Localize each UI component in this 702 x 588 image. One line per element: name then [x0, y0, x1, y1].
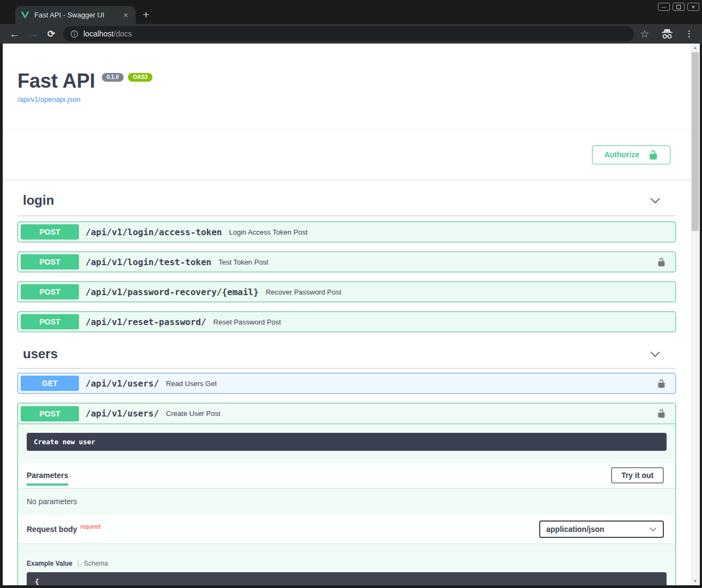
tab-separator: [78, 560, 78, 567]
request-body-text: Request body: [27, 525, 77, 534]
op-summary: Test Token Post: [218, 258, 268, 266]
try-it-out-button[interactable]: Try it out: [611, 467, 664, 483]
api-title-text: Fast API: [17, 70, 95, 93]
unlock-icon: [657, 379, 666, 388]
op-row-login-test-token[interactable]: POST /api/v1/login/test-token Test Token…: [17, 252, 676, 272]
section-login: login POST /api/v1/login/access-token Lo…: [17, 187, 676, 332]
api-info: Fast API 0.1.0 OAS3 /api/v1/openapi.json: [17, 70, 676, 104]
op-row-create-user[interactable]: POST /api/v1/users/ Create User Post: [18, 403, 675, 424]
toolbar-actions: ☆ ⋮: [640, 28, 693, 40]
back-icon[interactable]: ←: [9, 29, 20, 39]
no-parameters-text: No parameters: [18, 488, 675, 515]
op-summary: Login Access Token Post: [229, 228, 307, 236]
scrollbar[interactable]: ▲ ▼: [691, 44, 700, 585]
url-bar[interactable]: localhost/docs: [63, 26, 634, 41]
method-badge: POST: [21, 224, 79, 240]
reload-icon[interactable]: ⟳: [47, 29, 55, 39]
oas3-badge: OAS3: [128, 73, 152, 82]
auth-lock-button[interactable]: [657, 258, 666, 267]
example-code-block: {: [27, 572, 667, 585]
bookmark-star-icon[interactable]: ☆: [640, 28, 649, 40]
minimize-button[interactable]: —: [658, 3, 670, 11]
authorize-label: Authorize: [604, 150, 639, 159]
incognito-icon: [661, 28, 674, 40]
unlock-icon: [648, 150, 658, 160]
authorize-button[interactable]: Authorize: [592, 145, 670, 164]
maximize-button[interactable]: [673, 3, 685, 11]
scrollbar-thumb[interactable]: [692, 52, 699, 231]
section-title: login: [23, 193, 54, 208]
section-title: users: [23, 346, 58, 362]
openapi-spec-link[interactable]: /api/v1/openapi.json: [17, 95, 81, 103]
browser-menu-icon[interactable]: ⋮: [685, 29, 693, 39]
section-users: users GET /api/v1/users/ Read Users Get: [17, 343, 676, 585]
window-controls: — ✕: [658, 3, 699, 11]
tab-parameters[interactable]: Parameters: [27, 463, 68, 488]
tab-close-icon[interactable]: ✕: [121, 11, 130, 19]
auth-lock-button[interactable]: [657, 409, 666, 418]
op-summary: Reset Password Post: [213, 318, 281, 326]
scheme-container: Authorize: [3, 129, 691, 180]
required-label: required: [81, 524, 101, 530]
op-description: Create new user: [27, 433, 667, 451]
op-summary: Recover Password Post: [266, 288, 341, 296]
close-button[interactable]: ✕: [687, 3, 699, 11]
unlock-icon: [657, 409, 666, 418]
section-login-header[interactable]: login: [17, 187, 676, 216]
new-tab-button[interactable]: +: [143, 7, 149, 22]
favicon-v-icon: [21, 11, 29, 19]
tab-strip: Fast API - Swagger UI ✕ + — ✕: [0, 0, 702, 24]
browser-window: Fast API - Swagger UI ✕ + — ✕ ← → ⟳ loca…: [0, 0, 702, 588]
op-row-read-users[interactable]: GET /api/v1/users/ Read Users Get: [17, 373, 676, 394]
op-row-password-recovery[interactable]: POST /api/v1/password-recovery/{email} R…: [17, 281, 676, 302]
request-body-label: Request bodyrequired: [27, 525, 100, 534]
url-path: /docs: [114, 29, 132, 38]
method-badge: GET: [21, 376, 79, 391]
method-badge: POST: [21, 314, 79, 329]
browser-toolbar: ← → ⟳ localhost/docs ☆ ⋮: [0, 24, 702, 44]
title-badges: 0.1.0 OAS3: [102, 73, 152, 82]
scroll-down-icon[interactable]: ▼: [691, 577, 700, 585]
url-host: localhost: [83, 29, 113, 38]
parameters-header: Parameters Try it out: [18, 463, 675, 488]
op-block-create-user: POST /api/v1/users/ Create User Post Cre…: [17, 403, 676, 585]
tab-example-value[interactable]: Example Value: [27, 560, 72, 567]
site-info-icon[interactable]: [70, 30, 78, 38]
request-body-header: Request bodyrequired application/json: [18, 515, 675, 543]
op-row-reset-password[interactable]: POST /api/v1/reset-password/ Reset Passw…: [17, 311, 676, 332]
op-path: /api/v1/reset-password/: [86, 317, 206, 327]
op-summary: Create User Post: [166, 409, 221, 418]
op-summary: Read Users Get: [166, 379, 217, 388]
section-users-header[interactable]: users: [17, 343, 676, 369]
op-path: /api/v1/login/access-token: [86, 227, 222, 237]
page-content: Fast API 0.1.0 OAS3 /api/v1/openapi.json…: [3, 44, 691, 585]
chevron-down-icon[interactable]: [650, 348, 661, 359]
content-type-value: application/json: [546, 525, 605, 534]
page-title: Fast API 0.1.0 OAS3: [17, 70, 676, 93]
version-badge: 0.1.0: [102, 73, 124, 82]
unlock-icon: [657, 258, 666, 267]
op-path: /api/v1/login/test-token: [86, 257, 211, 267]
section-login-ops: POST /api/v1/login/access-token Login Ac…: [17, 222, 676, 332]
tab-title: Fast API - Swagger UI: [34, 11, 121, 19]
chevron-down-icon[interactable]: [650, 195, 661, 206]
browser-tab[interactable]: Fast API - Swagger UI ✕: [15, 6, 136, 24]
scroll-up-icon[interactable]: ▲: [691, 44, 700, 52]
maximize-icon: [676, 5, 681, 9]
method-badge: POST: [21, 406, 79, 421]
content-type-select[interactable]: application/json: [539, 520, 664, 538]
forward-icon[interactable]: →: [28, 29, 39, 39]
op-path: /api/v1/password-recovery/{email}: [86, 287, 259, 297]
section-users-ops: GET /api/v1/users/ Read Users Get POST /…: [17, 373, 676, 585]
method-badge: POST: [21, 284, 79, 299]
op-path: /api/v1/users/: [86, 378, 159, 389]
method-badge: POST: [21, 254, 79, 270]
chevron-down-icon: [649, 525, 657, 533]
auth-lock-button[interactable]: [657, 379, 666, 388]
op-path: /api/v1/users/: [86, 408, 159, 419]
tab-schema[interactable]: Schema: [84, 560, 108, 567]
op-row-login-access-token[interactable]: POST /api/v1/login/access-token Login Ac…: [17, 222, 676, 242]
model-example-tabs: Example Value Schema: [27, 560, 667, 567]
